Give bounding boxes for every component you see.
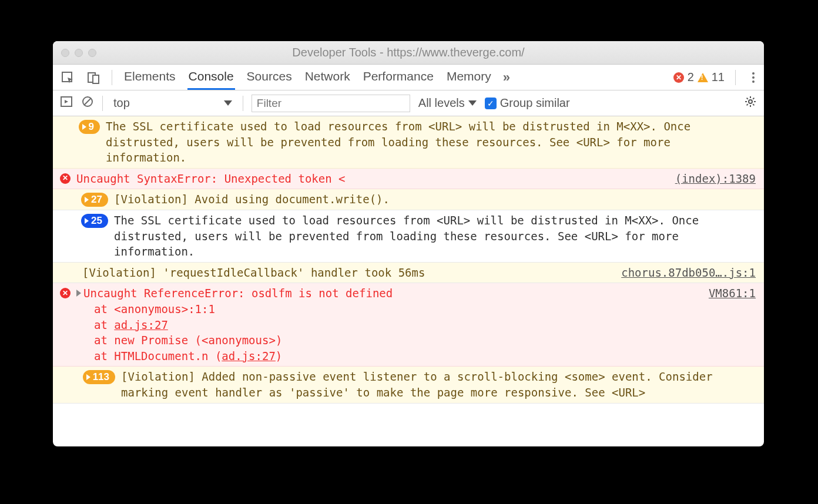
source-link[interactable]: VM861:1 (697, 285, 756, 301)
separator (112, 70, 112, 85)
tab-network[interactable]: Network (304, 65, 351, 90)
source-link[interactable]: chorus.87db050….js:1 (609, 265, 756, 281)
group-count-badge[interactable]: 27 (81, 193, 108, 207)
clear-console-icon[interactable] (81, 95, 94, 111)
stack-trace: at <anonymous>:1:1 at ad.js:27 at new Pr… (59, 301, 756, 364)
error-icon: ✕ (60, 173, 71, 184)
svg-line-5 (84, 98, 91, 105)
group-count-badge[interactable]: 25 (81, 214, 108, 228)
console-settings-icon[interactable] (744, 95, 757, 112)
warning-icon (698, 73, 708, 82)
stack-link[interactable]: ad.js:27 (114, 318, 168, 331)
context-selector[interactable]: top (111, 95, 234, 111)
log-message: [Violation] 'requestIdleCallback' handle… (82, 265, 609, 281)
group-label: Group similar (500, 96, 570, 110)
warning-count: 11 (712, 70, 725, 84)
zoom-window-button[interactable] (88, 49, 96, 57)
log-message: [Violation] Added non-passive event list… (121, 369, 756, 400)
kebab-menu-button[interactable] (746, 72, 757, 83)
context-label: top (113, 96, 130, 110)
traffic-lights (53, 49, 96, 57)
tab-elements[interactable]: Elements (123, 65, 177, 90)
log-message: Uncaught SyntaxError: Unexpected token < (76, 171, 663, 187)
log-message: The SSL certificate used to load resourc… (114, 213, 756, 260)
inspect-element-icon[interactable] (60, 70, 75, 85)
expand-icon (82, 124, 86, 130)
tab-sources[interactable]: Sources (246, 65, 293, 90)
toggle-sidebar-icon[interactable] (60, 95, 73, 111)
svg-rect-2 (93, 75, 99, 83)
log-levels-selector[interactable]: All levels (418, 96, 477, 110)
log-entry[interactable]: [Violation] 'requestIdleCallback' handle… (53, 263, 764, 284)
tab-memory[interactable]: Memory (445, 65, 492, 90)
badge-count: 27 (91, 193, 102, 207)
log-message: The SSL certificate used to load resourc… (106, 119, 756, 166)
log-entry[interactable]: ✕ Uncaught SyntaxError: Unexpected token… (53, 169, 764, 190)
checkbox-checked-icon: ✓ (485, 98, 497, 109)
group-count-badge[interactable]: 113 (83, 370, 115, 384)
issue-counters[interactable]: ✕ 2 11 (673, 70, 725, 84)
log-message: Uncaught ReferenceError: osdlfm is not d… (83, 285, 697, 301)
tab-performance[interactable]: Performance (362, 65, 435, 90)
stack-link[interactable]: ad.js:27 (222, 350, 276, 362)
device-toolbar-icon[interactable] (86, 70, 101, 85)
log-entry[interactable]: ✕ Uncaught ReferenceError: osdlfm is not… (53, 283, 764, 367)
close-window-button[interactable] (61, 49, 69, 57)
separator (102, 96, 103, 111)
stack-frame: at <anonymous>:1:1 (94, 301, 756, 317)
expand-icon (85, 197, 89, 203)
minimize-window-button[interactable] (75, 49, 83, 57)
main-tabs: Elements Console Sources Network Perform… (53, 65, 764, 90)
badge-count: 25 (91, 214, 102, 228)
badge-count: 9 (89, 120, 94, 134)
separator (243, 96, 243, 111)
svg-point-6 (749, 100, 752, 103)
tabs-overflow-button[interactable]: » (503, 70, 510, 85)
expand-icon (85, 218, 89, 224)
log-entry[interactable]: 113 [Violation] Added non-passive event … (53, 367, 764, 403)
tab-console[interactable]: Console (187, 65, 235, 90)
levels-label: All levels (418, 96, 465, 110)
group-similar-toggle[interactable]: ✓ Group similar (485, 96, 570, 110)
window-title: Developer Tools - https://www.theverge.c… (53, 46, 764, 59)
filter-input[interactable] (252, 95, 410, 112)
expand-icon (86, 374, 90, 380)
log-message: [Violation] Avoid using document.write()… (114, 191, 756, 207)
stack-frame: at ad.js:27 (94, 317, 756, 333)
log-entry[interactable]: 25 The SSL certificate used to load reso… (53, 210, 764, 263)
separator (735, 70, 736, 85)
log-entry[interactable]: 9 The SSL certificate used to load resou… (53, 116, 764, 169)
stack-frame: at new Promise (<anonymous>) (94, 332, 756, 348)
group-count-badge[interactable]: 9 (79, 120, 100, 134)
devtools-window: Developer Tools - https://www.theverge.c… (53, 41, 764, 446)
error-count: 2 (688, 70, 694, 84)
log-entry[interactable]: 27 [Violation] Avoid using document.writ… (53, 189, 764, 210)
stack-frame: at HTMLDocument.n (ad.js:27) (94, 348, 756, 364)
error-icon: ✕ (673, 72, 684, 83)
disclosure-triangle-icon[interactable] (76, 290, 81, 297)
source-link[interactable]: (index):1389 (663, 171, 756, 187)
badge-count: 113 (93, 370, 109, 384)
caret-down-icon (468, 100, 477, 106)
console-toolbar: top All levels ✓ Group similar (53, 90, 764, 116)
error-icon: ✕ (60, 288, 71, 298)
console-log-list[interactable]: 9 The SSL certificate used to load resou… (53, 116, 764, 446)
titlebar: Developer Tools - https://www.theverge.c… (53, 41, 764, 65)
caret-down-icon (224, 100, 232, 106)
